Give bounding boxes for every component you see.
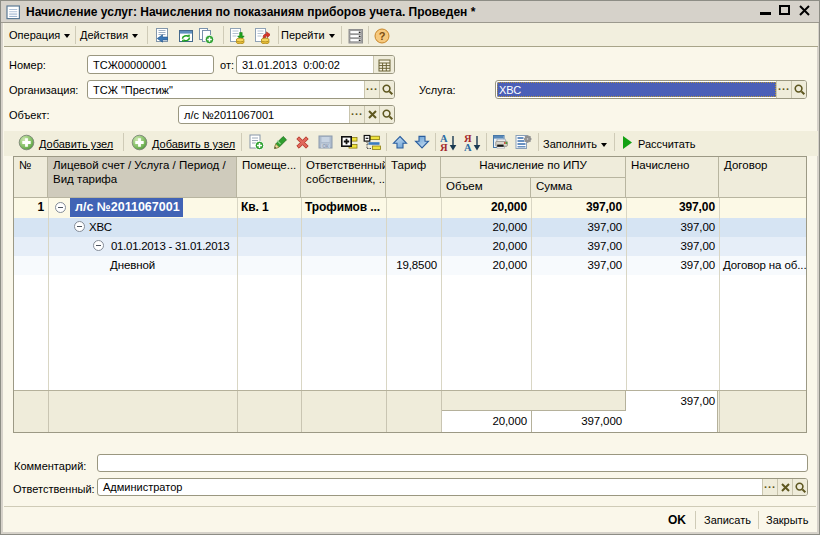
svg-text:?: ? — [379, 30, 386, 42]
svg-text:Я: Я — [440, 142, 448, 151]
svg-text:А: А — [464, 142, 472, 151]
svg-text:ОК: ОК — [322, 144, 329, 149]
